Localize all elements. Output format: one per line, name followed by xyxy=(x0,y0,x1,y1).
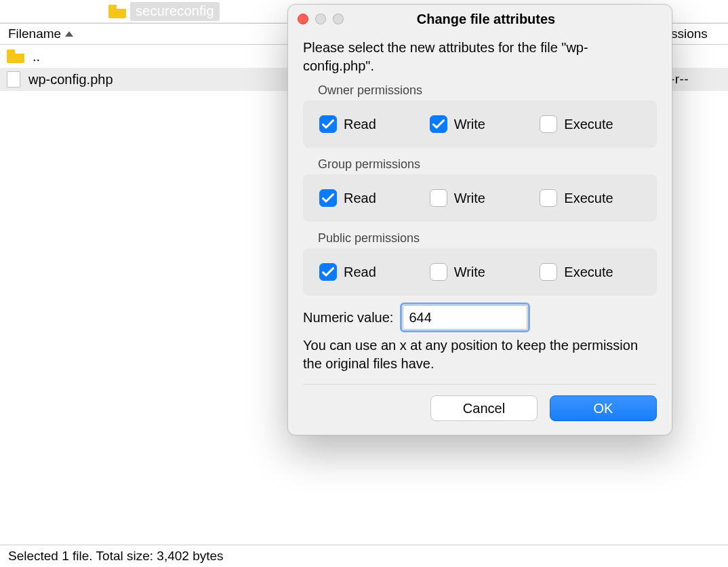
folder-icon xyxy=(108,5,126,18)
execute-checkbox[interactable] xyxy=(540,189,557,207)
read-checkbox-label: Read xyxy=(344,191,376,206)
numeric-value-label: Numeric value: xyxy=(303,310,393,326)
numeric-hint: You can use an x at any position to keep… xyxy=(303,336,657,373)
divider xyxy=(303,384,657,385)
execute-checkbox-label: Execute xyxy=(564,191,613,206)
column-permissions[interactable]: ssions xyxy=(666,24,728,44)
execute-checkbox[interactable] xyxy=(540,115,557,133)
ok-button[interactable]: OK xyxy=(550,395,657,421)
read-checkbox-wrap[interactable]: Read xyxy=(319,115,420,133)
path-segment[interactable]: secureconfig xyxy=(130,2,220,21)
write-checkbox-wrap[interactable]: Write xyxy=(430,189,531,207)
execute-checkbox[interactable] xyxy=(540,263,557,281)
titlebar: Change file attributes xyxy=(288,5,672,33)
folder-icon xyxy=(7,50,24,63)
numeric-value-input[interactable] xyxy=(403,305,527,330)
write-checkbox-label: Write xyxy=(454,117,485,132)
execute-checkbox-wrap[interactable]: Execute xyxy=(540,263,641,281)
cancel-button[interactable]: Cancel xyxy=(430,395,538,421)
status-bar: Selected 1 file. Total size: 3,402 bytes xyxy=(0,545,728,567)
permission-group-label: Owner permissions xyxy=(318,83,657,98)
write-checkbox-label: Write xyxy=(454,265,485,280)
execute-checkbox-label: Execute xyxy=(564,117,613,132)
file-icon xyxy=(7,71,20,87)
write-checkbox-wrap[interactable]: Write xyxy=(430,263,531,281)
read-checkbox-label: Read xyxy=(344,265,376,280)
change-attributes-dialog: Change file attributes Please select the… xyxy=(287,4,672,435)
status-text: Selected 1 file. Total size: 3,402 bytes xyxy=(8,549,224,564)
file-permissions-label: --r-- xyxy=(666,72,728,87)
permission-group-label: Group permissions xyxy=(318,157,657,172)
permission-group-label: Public permissions xyxy=(318,231,657,246)
column-filename-label: Filename xyxy=(8,26,61,41)
write-checkbox[interactable] xyxy=(430,115,447,133)
write-checkbox-wrap[interactable]: Write xyxy=(430,115,531,133)
write-checkbox-label: Write xyxy=(454,191,485,206)
sort-ascending-icon xyxy=(65,31,73,37)
write-checkbox[interactable] xyxy=(430,263,447,281)
dialog-title: Change file attributes xyxy=(310,12,662,27)
read-checkbox-wrap[interactable]: Read xyxy=(319,263,420,281)
read-checkbox[interactable] xyxy=(319,115,337,133)
permission-group: ReadWriteExecute xyxy=(303,174,657,222)
write-checkbox[interactable] xyxy=(430,189,447,207)
read-checkbox-label: Read xyxy=(344,117,376,132)
read-checkbox-wrap[interactable]: Read xyxy=(319,189,420,207)
execute-checkbox-wrap[interactable]: Execute xyxy=(540,115,641,133)
dialog-prompt: Please select the new attributes for the… xyxy=(303,39,657,75)
execute-checkbox-wrap[interactable]: Execute xyxy=(540,189,641,207)
read-checkbox[interactable] xyxy=(319,263,337,281)
read-checkbox[interactable] xyxy=(319,189,337,207)
permission-group: ReadWriteExecute xyxy=(303,248,657,296)
close-icon[interactable] xyxy=(298,14,308,24)
column-permissions-label: ssions xyxy=(671,26,708,41)
permission-group: ReadWriteExecute xyxy=(303,100,657,148)
execute-checkbox-label: Execute xyxy=(564,265,613,280)
